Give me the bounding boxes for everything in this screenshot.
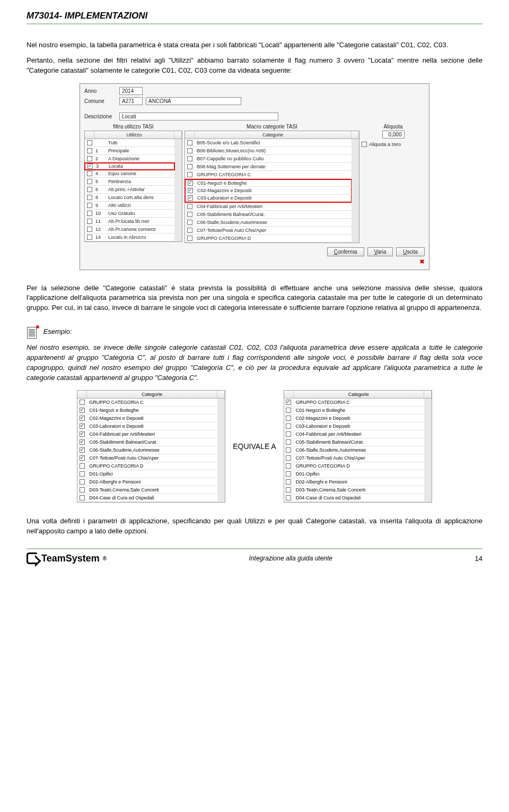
checkbox[interactable] [80,439,85,445]
checkbox[interactable] [188,180,193,186]
checkbox[interactable] [80,416,85,421]
table-row[interactable]: D03-Teatri,Cinema,Sale Concerti [77,486,217,494]
table-row[interactable]: D04-Case di Cura ed Ospedali [77,494,217,502]
checkbox[interactable] [286,471,291,477]
table-row[interactable]: B08-Mag.Sotterranei per derrate [185,163,352,171]
table-row[interactable]: C01-Negozi e Botteghe [77,407,217,414]
checkbox[interactable] [187,212,192,217]
checkbox[interactable] [80,447,85,453]
checkbox[interactable] [286,479,291,485]
table-row[interactable]: D02-Alberghi e Pensioni [284,478,424,486]
table-row[interactable]: C02-Magazzini e Depositi [77,414,217,422]
checkbox[interactable] [80,463,85,469]
table-row[interactable]: C05-Stabilimenti Balneari/Curat. [77,438,217,446]
table-row[interactable]: C06-Stalle,Scuderie,Autorimesse [77,446,217,454]
anno-input[interactable]: 2014 [119,87,143,95]
table-row[interactable]: 2A Disposizione [85,155,174,163]
table-row[interactable]: B06-Bibliotec,Musei,ecc(no A09) [185,147,352,155]
table-row[interactable]: B07-Cappelle no pubblico Culto [185,155,352,163]
table-row[interactable]: GRUPPO CATEGORIA D [77,462,217,470]
checkbox[interactable] [187,220,192,225]
checkbox[interactable] [87,179,92,184]
checkbox[interactable] [87,163,93,169]
table-row[interactable]: GRUPPO CATEGORIA C [77,399,217,407]
checkbox[interactable] [187,236,192,241]
close-icon[interactable]: ✖ [84,258,425,265]
scrollbar[interactable] [217,399,225,502]
comune-code-input[interactable]: A271 [119,97,143,105]
checkbox[interactable] [188,188,193,193]
checkbox[interactable] [87,235,92,240]
table-row[interactable]: 14Locato in Abruzzo [85,234,174,241]
checkbox[interactable] [87,227,92,232]
checkbox[interactable] [80,424,85,429]
checkbox[interactable] [286,400,291,405]
checkbox[interactable] [80,431,85,437]
checkbox[interactable] [80,400,85,405]
table-row[interactable]: C01-Negozi e Botteghe [185,179,352,187]
table-row[interactable]: D04-Case di Cura ed Ospedali [284,494,424,502]
table-row[interactable]: 12Ab.Pr.canone convenz [85,226,174,234]
checkbox[interactable] [187,172,192,177]
table-row[interactable]: GRUPPO CATEGORIA D [185,235,352,243]
scrollbar[interactable] [174,139,182,241]
checkbox[interactable] [87,148,92,153]
table-row[interactable]: C05-Stabilimenti Balneari/Curat. [284,438,424,446]
checkbox[interactable] [187,204,192,209]
table-row[interactable]: C07-Tettoie/Posti Auto Chis/Aper [185,227,352,235]
checkbox[interactable] [80,471,85,477]
checkbox[interactable] [187,164,192,169]
table-row[interactable]: Tutti [85,139,174,147]
table-row[interactable]: C03-Laboratori e Depositi [185,195,352,203]
checkbox[interactable] [80,487,85,493]
comune-name-input[interactable]: ANCONA [146,97,241,105]
table-row[interactable]: 11Ab.Pr.locata lib.mer [85,218,174,226]
uscita-button[interactable]: Uscita [396,247,425,256]
table-row[interactable]: D01-Opifici [77,470,217,478]
table-row[interactable]: D01-Opifici [284,470,424,478]
checkbox[interactable] [286,495,291,500]
scrollbar[interactable] [352,139,359,243]
table-row[interactable]: D02-Alberghi e Pensioni [77,478,217,486]
table-row[interactable]: C02-Magazzini e Depositi [284,414,424,422]
table-row[interactable]: C03-Laboratori e Depositi [284,422,424,430]
table-row[interactable]: GRUPPO CATEGORIA D [284,462,424,470]
checkbox[interactable] [188,195,193,201]
checkbox[interactable] [187,140,192,145]
checkbox[interactable] [87,195,92,200]
table-row[interactable]: D03-Teatri,Cinema,Sale Concerti [284,486,424,494]
checkbox[interactable] [187,228,192,233]
checkbox[interactable] [87,187,92,192]
checkbox[interactable] [80,408,85,413]
table-row[interactable]: C07-Tettoie/Posti Auto Chis/Aper [77,454,217,462]
table-row[interactable]: C04-Fabbricati per Arti/Mestieri [77,430,217,438]
checkbox[interactable] [87,156,92,161]
table-row[interactable]: C01-Negozi e Botteghe [284,407,424,414]
checkbox[interactable] [87,140,92,145]
checkbox[interactable] [286,463,291,469]
conferma-button[interactable]: Conferma [327,247,364,256]
table-row[interactable]: C07-Tettoie/Posti Auto Chis/Aper [284,454,424,462]
checkbox[interactable] [80,479,85,485]
table-row[interactable]: 4Equo canone [85,170,174,178]
table-row[interactable]: GRUPPO CATEGORIA C [284,399,424,407]
checkbox[interactable] [286,416,291,421]
table-row[interactable]: C04-Fabbricati per Arti/Mestieri [185,203,352,211]
table-row[interactable]: 8Locato com.alta dens [85,194,174,202]
table-row[interactable]: C06-Stalle,Scuderie,Autorimesse [185,219,352,227]
table-row[interactable]: 6Ab.princ.+Attivita' [85,186,174,194]
table-row[interactable]: C05-Stabilimenti Balneari/Curat. [185,211,352,219]
table-row[interactable]: C04-Fabbricati per Arti/Mestieri [284,430,424,438]
table-row[interactable]: 1Principale [85,147,174,155]
table-row[interactable]: GRUPPO CATEGORIA C [185,171,352,179]
aliquota-zero-checkbox[interactable] [362,142,367,147]
checkbox[interactable] [80,495,85,500]
table-row[interactable]: C02-Magazzini e Depositi [185,187,352,195]
checkbox[interactable] [286,455,291,461]
checkbox[interactable] [80,455,85,461]
table-row[interactable]: 3Locata [84,162,175,170]
table-row[interactable]: B05-Scuole e/o Lab.Scientifici [185,139,352,147]
checkbox[interactable] [87,219,92,224]
table-row[interactable]: C03-Laboratori e Depositi [77,422,217,430]
checkbox[interactable] [87,203,92,208]
